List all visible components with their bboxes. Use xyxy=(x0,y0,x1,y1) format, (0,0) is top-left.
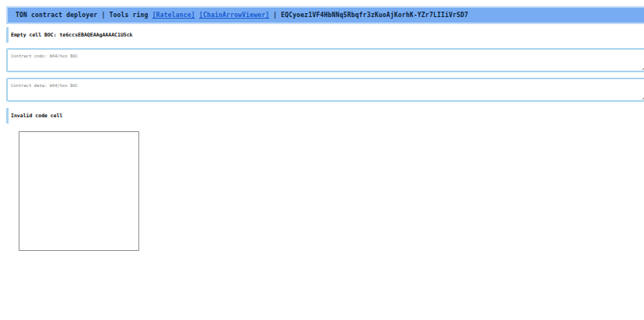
ratelance-link[interactable]: [Ratelance] xyxy=(152,12,195,19)
chainarrowviewer-link[interactable]: [ChainArrowViewer] xyxy=(199,12,269,19)
contract-data-input[interactable] xyxy=(6,78,644,102)
contract-address: EQCyoez1VF4HbNNq5Rbqfr3zKuoAjKorhK-YZr7L… xyxy=(281,12,468,19)
tools-ring-label: Tools ring xyxy=(109,12,148,19)
preview-canvas xyxy=(19,131,139,251)
invalid-code-cell-text: Invalid code cell xyxy=(11,113,63,119)
separator: | xyxy=(101,12,105,19)
header-bar: TON contract deployer | Tools ring [Rate… xyxy=(6,6,644,24)
contract-code-input[interactable] xyxy=(6,48,644,72)
empty-cell-boc-text: Empty cell BOC: te6ccsEBAQEAAgAAAAC1U5ck xyxy=(11,32,133,38)
separator: | xyxy=(273,12,277,19)
canvas-container xyxy=(19,131,644,251)
app-title: TON contract deployer xyxy=(16,12,97,19)
empty-cell-boc-note: Empty cell BOC: te6ccsEBAQEAAgAAAAC1U5ck xyxy=(6,27,644,43)
invalid-code-cell-note: Invalid code cell xyxy=(6,108,644,123)
